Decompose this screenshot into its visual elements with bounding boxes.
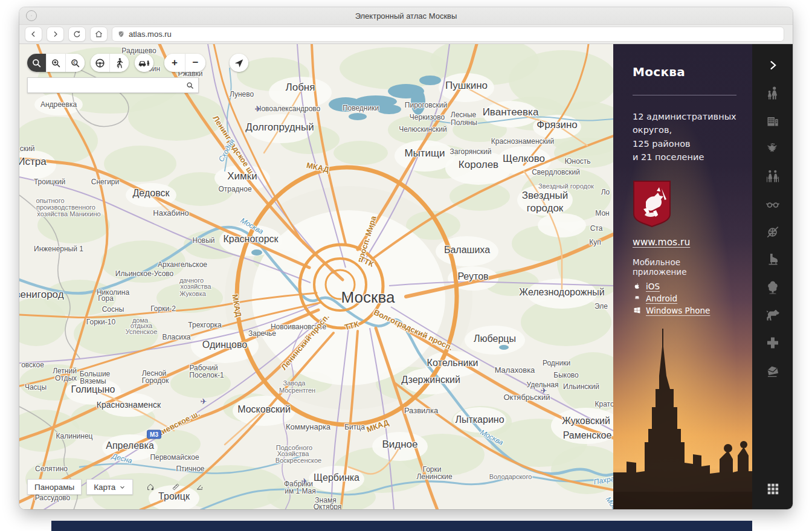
window-title: Электронный атлас Москвы	[19, 11, 793, 21]
search-zoom-in-button[interactable]	[46, 54, 65, 72]
android-icon	[633, 294, 641, 302]
chevron-right-icon[interactable]	[762, 56, 783, 74]
zoom-in-button[interactable]: +	[164, 54, 185, 72]
pedestrian-route-button[interactable]	[109, 54, 129, 72]
app-link-ios[interactable]: iOS	[633, 282, 736, 291]
windows-icon	[633, 306, 641, 314]
add-building-button[interactable]	[143, 479, 158, 495]
layer-label: Карта	[94, 483, 115, 492]
browser-window: Электронный атлас Москвы atlas.mos.ru Мо…	[19, 7, 793, 509]
panoramas-label: Панорамы	[34, 483, 74, 492]
ruler-button[interactable]	[168, 479, 184, 495]
map-toolbar: € + −	[27, 54, 248, 72]
mobile-app-label: Мобильное приложение	[633, 257, 736, 277]
map-canvas[interactable]: МоскваЛобняДолгопрудныйПушкиноИвантеевка…	[19, 44, 613, 509]
divider	[633, 95, 736, 95]
basemap	[19, 44, 613, 509]
ice-skate-icon[interactable]	[762, 249, 784, 269]
envelope-icon[interactable]	[762, 361, 784, 380]
elderly-couple-icon[interactable]	[762, 166, 784, 185]
panoramas-button[interactable]: Панорамы	[27, 479, 82, 495]
app-links: iOSAndroidWindows Phone	[633, 282, 736, 315]
url-text: atlas.mos.ru	[129, 30, 172, 39]
transport-button[interactable]	[135, 54, 153, 72]
svg-text:€: €	[73, 59, 76, 65]
zoom-out-button[interactable]: −	[185, 54, 205, 72]
app-link-windows-phone[interactable]: Windows Phone	[633, 306, 736, 315]
city-info-panel: Москва 12 административных округов, 125 …	[613, 44, 752, 509]
forward-button[interactable]	[47, 27, 64, 42]
dog-icon[interactable]	[762, 305, 784, 324]
search-button[interactable]	[27, 54, 46, 72]
map-bottom-toolbar: Панорамы Карта	[27, 479, 208, 495]
dock-strip	[51, 521, 752, 531]
eagle-icon[interactable]	[762, 138, 784, 158]
home-button[interactable]	[90, 27, 108, 42]
category-icon-strip	[752, 44, 793, 509]
chevron-down-icon	[119, 484, 126, 491]
titlebar: Электронный атлас Москвы	[19, 7, 793, 25]
moscow-coat-of-arms	[633, 180, 671, 227]
layer-select[interactable]: Карта	[86, 479, 133, 495]
grid-icon[interactable]	[762, 480, 783, 498]
moscow-skyline-silhouette	[613, 311, 752, 509]
browser-toolbar: atlas.mos.ru	[19, 25, 793, 44]
apple-icon	[633, 282, 641, 290]
building-icon[interactable]	[762, 111, 784, 130]
app-link-android[interactable]: Android	[633, 294, 736, 303]
reload-button[interactable]	[68, 27, 86, 42]
panel-title: Москва	[633, 65, 736, 79]
search-icon	[185, 81, 195, 90]
car-route-button[interactable]	[91, 54, 109, 72]
locate-button[interactable]	[230, 54, 248, 72]
mos-ru-link[interactable]: www.mos.ru	[633, 237, 690, 248]
search-currency-button[interactable]: €	[65, 54, 85, 72]
angle-measure-button[interactable]	[192, 479, 208, 495]
tree-icon[interactable]	[762, 277, 784, 297]
back-button[interactable]	[25, 27, 42, 42]
site-security-icon	[117, 30, 125, 38]
family-icon[interactable]	[762, 83, 784, 102]
map-search-input[interactable]	[31, 80, 185, 91]
city-stats: 12 административных округов, 125 районов…	[633, 110, 736, 164]
medical-cross-icon[interactable]	[762, 333, 784, 352]
sports-ball-icon[interactable]	[762, 222, 784, 241]
address-bar[interactable]: atlas.mos.ru	[112, 27, 784, 42]
map-search-box[interactable]	[27, 77, 199, 93]
glasses-icon[interactable]	[762, 194, 784, 213]
